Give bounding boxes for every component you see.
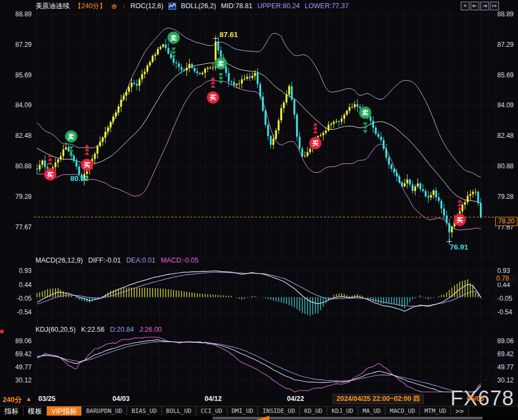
time-axis: 240分 ▲ 2024/04/25 22:00~02:00 四 03/2504/…: [0, 393, 518, 406]
line-chart-icon: [168, 3, 176, 10]
y-axis-label-right: 79.28: [497, 193, 518, 200]
session-readout: 2024/04/25 22:00~02:00 四: [333, 394, 424, 404]
date-tick-label: 05/03: [467, 395, 484, 403]
toolbar-tab[interactable]: MTM_UD: [420, 406, 451, 416]
macd-macd-value: MACD:-0.05: [161, 257, 198, 264]
y-axis-label-left: 79.28: [0, 193, 32, 200]
toolbar-tab[interactable]: INSIDE_UD: [258, 406, 300, 416]
scrollbar-thumb[interactable]: [213, 417, 483, 419]
y-axis-label-left: 87.29: [0, 41, 32, 48]
bollinger-bands: [37, 28, 481, 230]
sell-marker: 卖: [167, 32, 180, 59]
date-tick-label: 04/12: [204, 395, 221, 403]
svg-text:买: 买: [83, 161, 90, 169]
y-axis-label-right: 89.06: [497, 337, 518, 345]
macd-diff-value: DIFF:-0.01: [88, 257, 121, 264]
toolbar-tab[interactable]: KDJ_UD: [327, 406, 358, 416]
boll-mid-value: MID:78.81: [221, 2, 252, 10]
date-tick-label: 03/25: [38, 395, 55, 403]
y-axis-label-left: 89.06: [0, 337, 32, 345]
boll-upper-value: UPPER:80.24: [257, 2, 300, 10]
y-axis-label-right: 84.09: [497, 101, 518, 109]
toolbar-tab[interactable]: 模板: [23, 406, 47, 416]
y-axis-label-left: 85.69: [0, 71, 32, 79]
toolbar-tab[interactable]: VIP指标: [47, 406, 82, 416]
kdj-j-value: J:26.00: [140, 326, 162, 333]
svg-text:卖: 卖: [362, 109, 369, 117]
trading-chart-app: 买卖买卖买卖买卖买87.6176.9180.52 美原油连续 【240分】 ⊕ …: [0, 0, 518, 420]
plus-circle-icon[interactable]: ⊕: [111, 2, 117, 10]
indicator-toolbar: 指标模板VIP指标BARUPDN_UDBIAS_UDBOLL_UDCCI_UDD…: [0, 406, 518, 416]
toolbar-tab[interactable]: 指标: [0, 406, 23, 416]
pan-right-icon[interactable]: ↦: [490, 2, 499, 10]
period-tag[interactable]: 【240分】: [75, 2, 106, 11]
y-axis-label-left: 49.77: [0, 363, 32, 371]
svg-text:买: 买: [210, 94, 216, 101]
date-tick-label: 04/22: [287, 395, 304, 403]
toolbar-tab[interactable]: MA_UD: [358, 406, 386, 416]
chart-header: 美原油连续 【240分】 ⊕ ↑ ROC(12,6) BOLL(26,2) MI…: [0, 0, 518, 12]
buy-marker: 买: [44, 154, 57, 181]
last-price-tag: 78.20: [495, 217, 517, 226]
svg-text:买: 买: [456, 216, 463, 224]
boll-lower-value: LOWER:77.37: [305, 2, 349, 10]
y-axis-label-right: 69.42: [497, 350, 518, 358]
y-axis-label-left: 80.88: [0, 162, 32, 170]
svg-text:76.91: 76.91: [450, 243, 468, 251]
toolbar-tab[interactable]: >>: [451, 406, 469, 416]
toolbar-tab[interactable]: BARUPDN_UD: [82, 406, 127, 416]
axis-shift-right-icon[interactable]: ⇥: [480, 2, 489, 10]
chart-canvas[interactable]: 买卖买卖买卖买卖买87.6176.9180.52: [0, 0, 518, 420]
macd-value-tag: 0.78: [496, 275, 517, 283]
timeframe-label[interactable]: 240分: [3, 395, 22, 405]
kdj-d-value: D:20.84: [110, 326, 134, 333]
toolbar-tab[interactable]: MACD_UD: [386, 406, 420, 416]
kdj-k-value: K:22.56: [81, 326, 105, 333]
timeframe-arrow-icon[interactable]: ▲: [26, 395, 32, 402]
date-tick-label: 04/03: [112, 395, 129, 403]
macd-dea-value: DEA:0.01: [127, 257, 156, 264]
toolbar-tab[interactable]: BOLL_UD: [162, 406, 196, 416]
macd-plot: [37, 271, 481, 315]
svg-text:卖: 卖: [170, 34, 177, 42]
up-arrow-icon: ↑: [122, 2, 126, 10]
y-axis-label-right: 49.77: [497, 363, 518, 371]
y-axis-label-right: -0.54: [497, 308, 518, 316]
crosshair-icon[interactable]: +: [461, 2, 469, 10]
y-axis-label-right: 82.48: [497, 132, 518, 139]
svg-text:87.61: 87.61: [219, 31, 238, 39]
toolbar-tab[interactable]: DMI_UD: [227, 406, 258, 416]
boll-label: BOLL(26,2): [181, 2, 216, 10]
y-axis-label-right: 0.93: [497, 267, 518, 275]
candles: [36, 36, 481, 241]
macd-panel-header: MACD(26,12,9) DIFF:-0.01 DEA:0.01 MACD:-…: [35, 257, 198, 264]
annotations: 87.6176.9180.52: [70, 31, 468, 251]
y-axis-label-right: -0.05: [497, 295, 518, 302]
grid: [34, 12, 496, 393]
svg-text:卖: 卖: [68, 133, 75, 141]
header-toolbar: +⇤⇥↦: [461, 2, 499, 10]
kdj-plot: [37, 337, 481, 392]
y-axis-label-left: 77.67: [0, 223, 32, 231]
y-axis-label-left: 69.42: [0, 350, 32, 358]
y-axis-label-right: 30.12: [497, 376, 518, 384]
y-axis-label-left: 30.12: [0, 376, 32, 384]
y-axis-label-right: 85.69: [497, 71, 518, 79]
y-axis-label-left: -0.05: [0, 295, 32, 302]
symbol-title: 美原油连续: [35, 2, 70, 11]
axis-shift-left-icon[interactable]: ⇤: [471, 2, 479, 10]
svg-text:80.52: 80.52: [70, 174, 89, 182]
bottom-scrollbar[interactable]: [0, 416, 518, 420]
svg-text:卖: 卖: [217, 60, 224, 68]
y-axis-label-left: 82.48: [0, 132, 32, 139]
buy-marker: 买: [81, 144, 93, 172]
toolbar-tab[interactable]: CCI_UD: [196, 406, 227, 416]
toolbar-tab[interactable]: BIAS_UD: [127, 406, 161, 416]
kdj-title: KDJ(60,20,5): [35, 326, 76, 333]
svg-text:买: 买: [47, 171, 53, 179]
orange-wedge-icon: [256, 416, 269, 420]
toolbar-tab[interactable]: KD_UD: [300, 406, 327, 416]
y-axis-label-right: 87.29: [497, 41, 518, 48]
kdj-panel-header: KDJ(60,20,5) K:22.56 D:20.84 J:26.00: [35, 326, 162, 333]
roc-label: ROC(12,6): [130, 2, 163, 10]
